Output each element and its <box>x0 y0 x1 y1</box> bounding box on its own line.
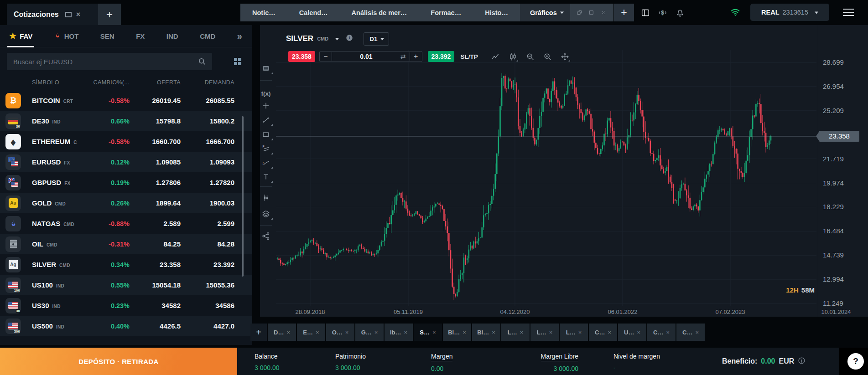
watchlist-row-BITCOIN[interactable]: ₿BITCOINCRT-0.58%26019.4526085.55 <box>0 90 252 111</box>
fibonacci-tool[interactable]: F <box>258 142 274 155</box>
price-alert-icon[interactable]: $ <box>658 8 668 18</box>
bid-price[interactable]: 15054.18 <box>130 281 181 289</box>
bid-price[interactable]: 23.358 <box>130 261 181 268</box>
close-icon[interactable]: × <box>404 329 407 336</box>
instrument-tab-4[interactable]: Ib…× <box>385 324 413 341</box>
text-tool-tool[interactable] <box>258 170 274 184</box>
bid-price[interactable]: 1.27806 <box>130 179 181 186</box>
tab-Anlisisdemer[interactable]: Análisis de mer… <box>340 4 419 21</box>
bid-price[interactable]: 84.25 <box>130 240 181 248</box>
search-input[interactable] <box>7 53 212 70</box>
ask-price[interactable]: 2.599 <box>181 220 234 227</box>
account-selector[interactable]: REAL 2313615 <box>750 4 829 21</box>
timeframe-selector[interactable]: D1 <box>364 32 389 46</box>
share-tool[interactable] <box>258 229 274 243</box>
instrument-tab-9[interactable]: L…× <box>530 324 559 341</box>
tab-graficos[interactable]: Gráficos <box>520 4 570 21</box>
tab-Calend[interactable]: Calend… <box>287 4 340 21</box>
close-icon[interactable]: × <box>637 329 640 336</box>
bid-price[interactable]: 4426.5 <box>130 322 181 330</box>
close-icon[interactable] <box>600 10 606 15</box>
ask-price[interactable]: 1.09093 <box>181 158 234 166</box>
popout-icon[interactable] <box>577 10 582 15</box>
bid-price[interactable]: 2.589 <box>130 220 181 227</box>
close-icon[interactable]: × <box>374 329 378 336</box>
watchlist-row-OIL[interactable]: OILCMD-0.31%84.2584.28 <box>0 234 252 254</box>
ask-price[interactable]: 15055.36 <box>181 281 234 289</box>
ask-price[interactable]: 1.27820 <box>181 179 234 186</box>
layers-tool[interactable] <box>258 207 274 221</box>
buy-button[interactable]: 23.392 <box>428 51 455 62</box>
bid-price[interactable]: 34582 <box>130 302 181 309</box>
bid-price[interactable]: 1.09085 <box>130 158 181 166</box>
watchlist-row-US500[interactable]: 500US500IND0.40%4426.54427.0 <box>0 316 252 336</box>
watchlist-tab-IND[interactable]: IND <box>166 25 178 47</box>
instrument-tab-8[interactable]: L…× <box>501 324 530 341</box>
instrument-tab-11[interactable]: C…× <box>589 324 617 341</box>
close-icon[interactable]: × <box>286 329 290 336</box>
instrument-tab-0[interactable]: D…× <box>268 324 296 341</box>
trendline-tool[interactable] <box>258 113 274 127</box>
instrument-tab-3[interactable]: G…× <box>355 324 384 341</box>
close-icon[interactable]: × <box>578 329 582 336</box>
crosshair-add-tool[interactable] <box>258 99 274 113</box>
watchlist-tab-SEN[interactable]: SEN <box>100 25 114 47</box>
ask-price[interactable]: 15800.2 <box>181 117 234 125</box>
search-icon[interactable] <box>198 57 207 68</box>
add-instrument-tab-button[interactable]: + <box>250 324 267 341</box>
close-icon[interactable]: × <box>316 329 319 336</box>
candlestick-type-button[interactable] <box>506 51 519 62</box>
column-change[interactable]: CAMBIO%(... <box>90 79 130 86</box>
help-button[interactable]: ? <box>847 353 864 370</box>
instrument-tab-12[interactable]: U…× <box>618 324 646 341</box>
grid-view-icon[interactable] <box>234 58 237 61</box>
sell-button[interactable]: 23.358 <box>288 51 315 62</box>
ask-price[interactable]: 23.392 <box>181 261 234 268</box>
swap-units-icon[interactable]: ⇄ <box>400 53 406 60</box>
bid-price[interactable]: 26019.45 <box>130 97 181 104</box>
close-icon[interactable]: × <box>432 329 436 336</box>
bid-price[interactable]: 1660.700 <box>130 138 181 145</box>
volume-decrease-button[interactable]: − <box>320 52 332 61</box>
ask-price[interactable]: 4427.0 <box>181 322 234 330</box>
close-icon[interactable]: × <box>520 329 524 336</box>
instrument-tab-2[interactable]: O…× <box>326 324 354 341</box>
close-icon[interactable]: × <box>492 329 495 336</box>
instrument-tab-5[interactable]: S…× <box>414 324 442 341</box>
bid-price[interactable]: 1899.64 <box>130 199 181 207</box>
watchlist-row-GOLD[interactable]: AuGOLDCMD0.26%1899.641900.03 <box>0 193 252 213</box>
tab-Notic[interactable]: Notic… <box>240 4 287 21</box>
shapes-tool[interactable] <box>258 128 274 141</box>
watchlist-tab-FAV[interactable]: ★FAV <box>9 25 32 47</box>
ask-price[interactable]: 34586 <box>181 302 234 309</box>
watchlist-tab-FX[interactable]: FX <box>136 25 145 47</box>
tab-Formac[interactable]: Formac… <box>419 4 473 21</box>
add-chart-tab-button[interactable]: + <box>614 4 634 21</box>
watchlist-row-US30[interactable]: 30US30IND0.23%3458234586 <box>0 295 252 316</box>
instrument-tab-10[interactable]: L…× <box>560 324 588 341</box>
info-icon[interactable] <box>798 357 806 366</box>
info-icon[interactable]: i <box>345 34 353 44</box>
screenshot-tool[interactable] <box>258 62 274 75</box>
instrument-tab-14[interactable]: C…× <box>676 324 705 341</box>
close-icon[interactable]: × <box>345 329 349 336</box>
tabs-overflow-icon[interactable]: » <box>237 31 242 41</box>
column-bid[interactable]: OFERTA <box>130 79 181 86</box>
close-icon[interactable]: × <box>549 329 553 336</box>
close-icon[interactable]: × <box>76 12 80 17</box>
elliott-waves-tool[interactable]: E <box>258 156 274 170</box>
column-symbol[interactable]: SÍMBOLO <box>32 79 90 86</box>
instrument-tab-1[interactable]: E…× <box>297 324 325 341</box>
watchlist-row-SILVER[interactable]: AgSILVERCMD0.34%23.35823.392 <box>0 254 252 275</box>
close-icon[interactable]: × <box>666 329 670 336</box>
column-ask[interactable]: DEMANDA <box>181 79 234 86</box>
ask-price[interactable]: 26085.55 <box>181 97 234 104</box>
watchlist-row-ETHEREUM[interactable]: ◆ETHEREUMC-0.58%1660.7001666.700 <box>0 131 252 152</box>
tab-Histo[interactable]: Histo… <box>473 4 520 21</box>
deposit-button[interactable]: DEPÓSITO · RETIRADA <box>0 348 237 375</box>
instrument-tab-7[interactable]: Bl…× <box>472 324 500 341</box>
watchlist-row-EURUSD[interactable]: EURUSDFX0.12%1.090851.09093 <box>0 152 252 172</box>
zoom-out-button[interactable] <box>524 51 536 62</box>
zoom-in-button[interactable] <box>541 51 554 62</box>
line-chart-type-button[interactable] <box>489 51 502 62</box>
